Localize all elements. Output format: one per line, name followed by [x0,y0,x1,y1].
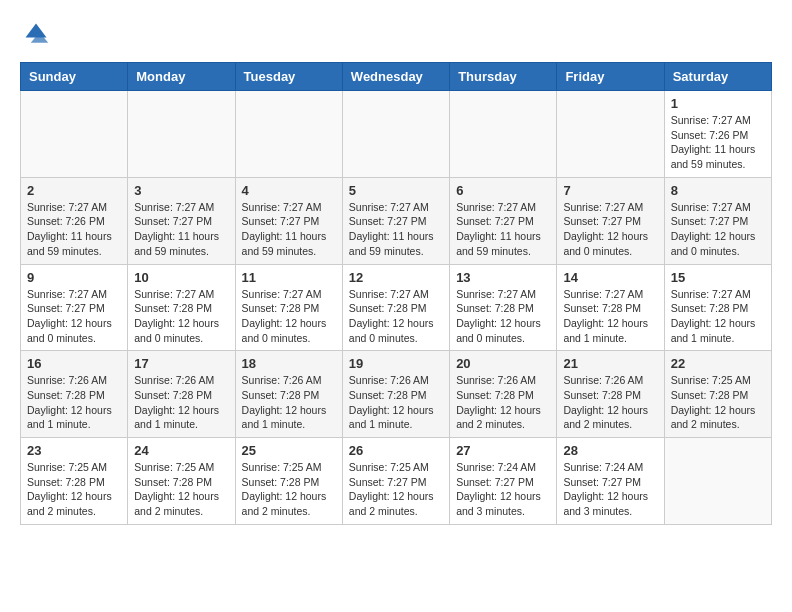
calendar-day-cell: 5Sunrise: 7:27 AM Sunset: 7:27 PM Daylig… [342,177,449,264]
day-info: Sunrise: 7:27 AM Sunset: 7:26 PM Dayligh… [671,113,765,172]
calendar-day-cell: 11Sunrise: 7:27 AM Sunset: 7:28 PM Dayli… [235,264,342,351]
calendar-day-cell: 15Sunrise: 7:27 AM Sunset: 7:28 PM Dayli… [664,264,771,351]
day-number: 4 [242,183,336,198]
day-info: Sunrise: 7:25 AM Sunset: 7:28 PM Dayligh… [134,460,228,519]
calendar-header-thursday: Thursday [450,63,557,91]
calendar-day-cell: 22Sunrise: 7:25 AM Sunset: 7:28 PM Dayli… [664,351,771,438]
logo-icon [22,20,50,48]
day-info: Sunrise: 7:27 AM Sunset: 7:26 PM Dayligh… [27,200,121,259]
day-info: Sunrise: 7:25 AM Sunset: 7:28 PM Dayligh… [27,460,121,519]
calendar-day-cell: 3Sunrise: 7:27 AM Sunset: 7:27 PM Daylig… [128,177,235,264]
calendar-week-row: 16Sunrise: 7:26 AM Sunset: 7:28 PM Dayli… [21,351,772,438]
svg-marker-0 [26,24,47,38]
day-number: 12 [349,270,443,285]
day-info: Sunrise: 7:27 AM Sunset: 7:27 PM Dayligh… [349,200,443,259]
day-info: Sunrise: 7:27 AM Sunset: 7:28 PM Dayligh… [349,287,443,346]
calendar-day-cell: 12Sunrise: 7:27 AM Sunset: 7:28 PM Dayli… [342,264,449,351]
day-number: 3 [134,183,228,198]
calendar-header-saturday: Saturday [664,63,771,91]
day-number: 14 [563,270,657,285]
page-header [20,20,772,52]
day-info: Sunrise: 7:27 AM Sunset: 7:27 PM Dayligh… [134,200,228,259]
calendar-header-friday: Friday [557,63,664,91]
day-info: Sunrise: 7:27 AM Sunset: 7:28 PM Dayligh… [134,287,228,346]
calendar-day-cell: 1Sunrise: 7:27 AM Sunset: 7:26 PM Daylig… [664,91,771,178]
day-info: Sunrise: 7:25 AM Sunset: 7:28 PM Dayligh… [671,373,765,432]
calendar-day-cell: 18Sunrise: 7:26 AM Sunset: 7:28 PM Dayli… [235,351,342,438]
calendar-week-row: 23Sunrise: 7:25 AM Sunset: 7:28 PM Dayli… [21,438,772,525]
day-number: 28 [563,443,657,458]
day-info: Sunrise: 7:27 AM Sunset: 7:28 PM Dayligh… [671,287,765,346]
day-number: 19 [349,356,443,371]
day-info: Sunrise: 7:26 AM Sunset: 7:28 PM Dayligh… [563,373,657,432]
calendar-week-row: 9Sunrise: 7:27 AM Sunset: 7:27 PM Daylig… [21,264,772,351]
calendar-day-cell: 14Sunrise: 7:27 AM Sunset: 7:28 PM Dayli… [557,264,664,351]
calendar-day-cell: 24Sunrise: 7:25 AM Sunset: 7:28 PM Dayli… [128,438,235,525]
day-info: Sunrise: 7:27 AM Sunset: 7:27 PM Dayligh… [456,200,550,259]
calendar-day-cell: 4Sunrise: 7:27 AM Sunset: 7:27 PM Daylig… [235,177,342,264]
calendar-day-cell: 26Sunrise: 7:25 AM Sunset: 7:27 PM Dayli… [342,438,449,525]
day-info: Sunrise: 7:27 AM Sunset: 7:28 PM Dayligh… [563,287,657,346]
day-number: 6 [456,183,550,198]
calendar-day-cell [450,91,557,178]
day-info: Sunrise: 7:27 AM Sunset: 7:27 PM Dayligh… [671,200,765,259]
day-info: Sunrise: 7:27 AM Sunset: 7:27 PM Dayligh… [242,200,336,259]
day-number: 22 [671,356,765,371]
calendar-day-cell: 8Sunrise: 7:27 AM Sunset: 7:27 PM Daylig… [664,177,771,264]
day-number: 9 [27,270,121,285]
day-number: 26 [349,443,443,458]
calendar-day-cell [128,91,235,178]
calendar-day-cell: 6Sunrise: 7:27 AM Sunset: 7:27 PM Daylig… [450,177,557,264]
calendar-header-monday: Monday [128,63,235,91]
calendar-day-cell: 16Sunrise: 7:26 AM Sunset: 7:28 PM Dayli… [21,351,128,438]
day-number: 1 [671,96,765,111]
logo [20,20,50,52]
day-info: Sunrise: 7:27 AM Sunset: 7:27 PM Dayligh… [27,287,121,346]
day-number: 20 [456,356,550,371]
day-number: 16 [27,356,121,371]
day-number: 5 [349,183,443,198]
calendar-day-cell [21,91,128,178]
day-number: 15 [671,270,765,285]
day-info: Sunrise: 7:26 AM Sunset: 7:28 PM Dayligh… [242,373,336,432]
day-number: 11 [242,270,336,285]
calendar-day-cell: 9Sunrise: 7:27 AM Sunset: 7:27 PM Daylig… [21,264,128,351]
calendar-day-cell [235,91,342,178]
calendar-day-cell: 17Sunrise: 7:26 AM Sunset: 7:28 PM Dayli… [128,351,235,438]
calendar-table: SundayMondayTuesdayWednesdayThursdayFrid… [20,62,772,525]
day-info: Sunrise: 7:26 AM Sunset: 7:28 PM Dayligh… [134,373,228,432]
day-number: 2 [27,183,121,198]
day-number: 18 [242,356,336,371]
day-info: Sunrise: 7:26 AM Sunset: 7:28 PM Dayligh… [456,373,550,432]
day-number: 21 [563,356,657,371]
calendar-week-row: 2Sunrise: 7:27 AM Sunset: 7:26 PM Daylig… [21,177,772,264]
calendar-day-cell [664,438,771,525]
calendar-header-row: SundayMondayTuesdayWednesdayThursdayFrid… [21,63,772,91]
day-info: Sunrise: 7:25 AM Sunset: 7:27 PM Dayligh… [349,460,443,519]
day-info: Sunrise: 7:27 AM Sunset: 7:27 PM Dayligh… [563,200,657,259]
calendar-day-cell: 20Sunrise: 7:26 AM Sunset: 7:28 PM Dayli… [450,351,557,438]
calendar-day-cell: 10Sunrise: 7:27 AM Sunset: 7:28 PM Dayli… [128,264,235,351]
day-info: Sunrise: 7:27 AM Sunset: 7:28 PM Dayligh… [456,287,550,346]
calendar-day-cell [557,91,664,178]
day-number: 25 [242,443,336,458]
day-info: Sunrise: 7:26 AM Sunset: 7:28 PM Dayligh… [27,373,121,432]
calendar-day-cell: 21Sunrise: 7:26 AM Sunset: 7:28 PM Dayli… [557,351,664,438]
day-info: Sunrise: 7:26 AM Sunset: 7:28 PM Dayligh… [349,373,443,432]
day-number: 27 [456,443,550,458]
calendar-header-sunday: Sunday [21,63,128,91]
calendar-day-cell: 13Sunrise: 7:27 AM Sunset: 7:28 PM Dayli… [450,264,557,351]
calendar-header-wednesday: Wednesday [342,63,449,91]
calendar-day-cell: 23Sunrise: 7:25 AM Sunset: 7:28 PM Dayli… [21,438,128,525]
calendar-day-cell: 2Sunrise: 7:27 AM Sunset: 7:26 PM Daylig… [21,177,128,264]
day-info: Sunrise: 7:25 AM Sunset: 7:28 PM Dayligh… [242,460,336,519]
calendar-day-cell: 28Sunrise: 7:24 AM Sunset: 7:27 PM Dayli… [557,438,664,525]
day-number: 24 [134,443,228,458]
day-info: Sunrise: 7:24 AM Sunset: 7:27 PM Dayligh… [563,460,657,519]
day-info: Sunrise: 7:24 AM Sunset: 7:27 PM Dayligh… [456,460,550,519]
day-info: Sunrise: 7:27 AM Sunset: 7:28 PM Dayligh… [242,287,336,346]
day-number: 10 [134,270,228,285]
calendar-day-cell: 25Sunrise: 7:25 AM Sunset: 7:28 PM Dayli… [235,438,342,525]
day-number: 23 [27,443,121,458]
calendar-day-cell: 7Sunrise: 7:27 AM Sunset: 7:27 PM Daylig… [557,177,664,264]
